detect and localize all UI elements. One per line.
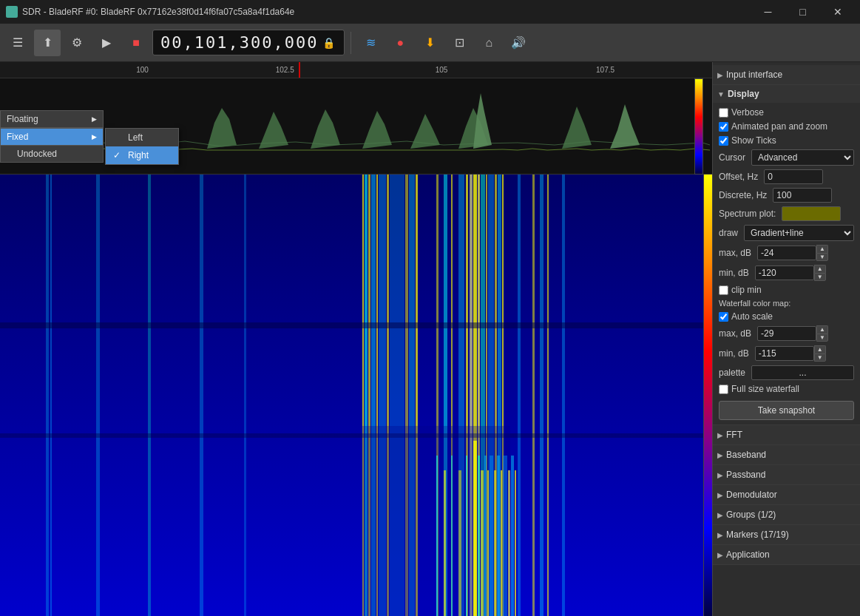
record-button[interactable]: ● bbox=[387, 30, 413, 56]
audio-button[interactable]: 🔊 bbox=[505, 30, 532, 56]
svg-rect-11 bbox=[46, 175, 49, 616]
maximize-button[interactable]: □ bbox=[786, 0, 819, 24]
left-label: Left bbox=[128, 132, 143, 143]
svg-rect-45 bbox=[547, 175, 549, 616]
snapshot-button[interactable]: Take snapshot bbox=[719, 401, 854, 420]
submenu-item-right[interactable]: ✓ Right bbox=[106, 146, 178, 164]
input-interface-header[interactable]: ▶ Input interface bbox=[713, 65, 860, 84]
submenu-item-left[interactable]: Left bbox=[106, 129, 178, 146]
save-button[interactable]: ⬇ bbox=[416, 30, 443, 56]
draw-label: draw bbox=[719, 228, 738, 238]
wf-max-db-up-button[interactable]: ▲ bbox=[816, 325, 828, 334]
max-db-down-button[interactable]: ▼ bbox=[816, 253, 828, 261]
settings-button[interactable]: ⚙ bbox=[64, 30, 90, 56]
menu-button[interactable]: ☰ bbox=[4, 30, 31, 56]
passband-header[interactable]: ▶ Passband bbox=[713, 465, 860, 484]
frequency-lock-icon: 🔒 bbox=[322, 37, 336, 49]
offset-hz-input[interactable] bbox=[764, 169, 823, 184]
groups-label: Groups (1/2) bbox=[726, 510, 776, 520]
discrete-hz-row: Discrete, Hz bbox=[719, 188, 854, 203]
palette-button[interactable]: ... bbox=[751, 365, 854, 380]
svg-rect-48 bbox=[0, 433, 712, 438]
min-db-input[interactable] bbox=[755, 265, 814, 280]
svg-rect-42 bbox=[518, 175, 521, 616]
minimize-button[interactable]: ─ bbox=[751, 0, 785, 24]
input-interface-label: Input interface bbox=[726, 70, 782, 80]
svg-rect-56 bbox=[478, 456, 480, 616]
markers-section: ▶ Markers (17/19) bbox=[713, 525, 860, 545]
svg-rect-64 bbox=[503, 456, 507, 616]
demodulator-header[interactable]: ▶ Demodulator bbox=[713, 485, 860, 504]
svg-rect-57 bbox=[481, 470, 484, 616]
markers-header[interactable]: ▶ Markers (17/19) bbox=[713, 525, 860, 544]
spectrum-color-box[interactable] bbox=[782, 206, 841, 221]
right-panel: ▶ Input interface ▼ Display Verbose Anim… bbox=[712, 62, 860, 616]
titlebar-left: SDR - BladeRF #0: BladeRF 0x77162e38f0d1… bbox=[6, 6, 294, 18]
close-button[interactable]: ✕ bbox=[821, 0, 854, 24]
clip-min-label: clip min bbox=[731, 285, 762, 295]
svg-rect-58 bbox=[484, 456, 487, 616]
draw-select[interactable]: Gradient+line Line Fill Gradient bbox=[744, 225, 854, 241]
clip-min-row: clip min bbox=[719, 285, 854, 295]
verbose-checkbox[interactable] bbox=[719, 108, 728, 118]
max-db-up-button[interactable]: ▲ bbox=[816, 245, 828, 253]
loop-button[interactable]: ⊡ bbox=[446, 30, 473, 56]
stop-button[interactable]: ■ bbox=[123, 30, 149, 56]
wf-min-db-input[interactable] bbox=[755, 346, 814, 361]
menu-item-floating[interactable]: Floating ▶ bbox=[0, 110, 104, 128]
full-size-checkbox[interactable] bbox=[719, 385, 728, 394]
min-db-up-button[interactable]: ▲ bbox=[814, 265, 826, 273]
waterfall-svg bbox=[0, 175, 712, 616]
min-db-down-button[interactable]: ▼ bbox=[814, 273, 826, 281]
wf-min-db-down-button[interactable]: ▼ bbox=[814, 353, 826, 362]
wf-min-db-spin-btns: ▲ ▼ bbox=[814, 345, 826, 362]
color-scale-waterfall bbox=[703, 175, 712, 616]
fft-button[interactable]: ≋ bbox=[357, 30, 384, 56]
show-ticks-checkbox[interactable] bbox=[719, 136, 728, 146]
clip-min-checkbox[interactable] bbox=[719, 285, 728, 295]
groups-header[interactable]: ▶ Groups (1/2) bbox=[713, 505, 860, 524]
full-size-label: Full size waterfall bbox=[731, 384, 799, 394]
frequency-display[interactable]: 00,101,300,000 🔒 bbox=[152, 30, 345, 55]
undocked-label: Undocked bbox=[17, 149, 57, 159]
discrete-hz-label: Discrete, Hz bbox=[719, 190, 767, 200]
application-header[interactable]: ▶ Application bbox=[713, 545, 860, 564]
display-header[interactable]: ▼ Display bbox=[713, 85, 860, 103]
svg-rect-53 bbox=[458, 470, 461, 616]
passband-label: Passband bbox=[726, 470, 765, 480]
min-db-row: min, dB ▲ ▼ bbox=[719, 265, 854, 281]
submenu: Left ✓ Right bbox=[105, 128, 179, 165]
frequency-value: 00,101,300,000 bbox=[160, 33, 318, 52]
svg-rect-13 bbox=[96, 175, 100, 616]
wf-max-db-spin-btns: ▲ ▼ bbox=[816, 325, 828, 342]
titlebar-title: SDR - BladeRF #0: BladeRF 0x77162e38f0d1… bbox=[22, 7, 294, 17]
cursor-button[interactable]: ⬆ bbox=[34, 30, 61, 56]
offset-hz-row: Offset, Hz bbox=[719, 169, 854, 184]
groups-arrow: ▶ bbox=[717, 511, 723, 519]
check-mark-right: ✓ bbox=[113, 150, 123, 160]
fft-header[interactable]: ▶ FFT bbox=[713, 425, 860, 444]
input-interface-section: ▶ Input interface bbox=[713, 65, 860, 85]
svg-rect-47 bbox=[0, 322, 712, 328]
svg-rect-55 bbox=[473, 441, 477, 616]
animated-pan-checkbox[interactable] bbox=[719, 122, 728, 132]
auto-scale-checkbox[interactable] bbox=[719, 312, 728, 322]
display-label: Display bbox=[728, 89, 759, 99]
wf-min-db-up-button[interactable]: ▲ bbox=[814, 345, 826, 353]
discrete-hz-input[interactable] bbox=[773, 188, 832, 203]
svg-rect-16 bbox=[244, 175, 246, 616]
filter-button[interactable]: ⌂ bbox=[475, 30, 502, 56]
max-db-input[interactable] bbox=[757, 246, 816, 260]
wf-max-db-input[interactable] bbox=[757, 326, 816, 341]
menu-item-undocked[interactable]: Undocked bbox=[0, 146, 104, 163]
palette-row: palette ... bbox=[719, 365, 854, 380]
wf-max-db-down-button[interactable]: ▼ bbox=[816, 334, 828, 342]
baseband-header[interactable]: ▶ Baseband bbox=[713, 445, 860, 464]
freq-label-100: 100 bbox=[136, 66, 149, 74]
menu-item-fixed[interactable]: Fixed ▶ bbox=[0, 128, 104, 146]
play-button[interactable]: ▶ bbox=[93, 30, 120, 56]
application-label: Application bbox=[726, 549, 770, 560]
titlebar: SDR - BladeRF #0: BladeRF 0x77162e38f0d1… bbox=[0, 0, 860, 24]
cursor-select[interactable]: Advanced Normal Disabled bbox=[751, 149, 854, 166]
groups-section: ▶ Groups (1/2) bbox=[713, 505, 860, 525]
